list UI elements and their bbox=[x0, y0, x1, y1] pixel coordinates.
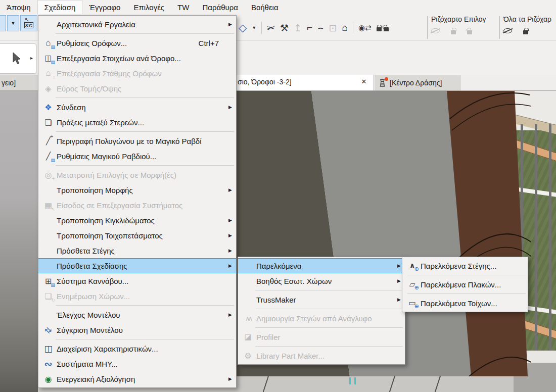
menu-windows[interactable]: Παράθυρα bbox=[196, 0, 244, 14]
submenu-arrow-icon: ▶ bbox=[228, 263, 232, 268]
floor-joint bbox=[435, 376, 441, 392]
tab-action-center[interactable]: [Κέντρο Δράσης] bbox=[375, 75, 460, 90]
menu-item-storey-settings[interactable]: Ρυθμίσεις Ορόφων... Ctrl+7 bbox=[38, 35, 236, 51]
curve-edge-icon[interactable]: ⌢ bbox=[317, 22, 324, 33]
arrow-tool-button[interactable]: ▸ bbox=[0, 43, 36, 74]
menu-item-section-elevation-range: Εύρος Τομής/Όψης bbox=[38, 81, 236, 96]
menu-item-model-compare[interactable]: Σύγκριση Μοντέλου bbox=[38, 322, 236, 337]
submenu-item-accessories[interactable]: Παρελκόμενα ▶ bbox=[238, 258, 405, 273]
menu-item-attribute-manager[interactable]: Διαχείριση Χαρακτηριστικών... bbox=[38, 341, 236, 356]
submenu-item-trussmaker[interactable]: TrussMaker ▶ bbox=[238, 292, 405, 307]
submenu-item-interior-wizard[interactable]: Βοηθός Εσωτ. Χώρων ▶ bbox=[238, 273, 405, 288]
menu-item-roof-extras[interactable]: Πρόσθετα Στέγης ▶ bbox=[38, 243, 236, 258]
system-editing-icon bbox=[41, 200, 55, 211]
menu-item-magic-wand-trace[interactable]: Περιγραφή Πολυγώνου με το Μαγικό Ραβδί bbox=[38, 133, 236, 149]
tab-ground-floor[interactable]: γειο] bbox=[0, 75, 38, 90]
floor-joint bbox=[389, 376, 395, 392]
menu-view[interactable]: Άποψη bbox=[0, 0, 37, 14]
rotated-rectangle-tool-icon[interactable]: ◇ bbox=[239, 22, 247, 34]
dropdown-caret-icon[interactable]: ▼ bbox=[7, 15, 19, 31]
menu-item-modify-railing[interactable]: Τροποποίηση Κιγκλιδώματος ▶ bbox=[38, 213, 236, 228]
shortcut: Ctrl+7 bbox=[199, 39, 233, 47]
menu-item-link[interactable]: Σύνδεση ▶ bbox=[38, 100, 236, 115]
link-icon bbox=[41, 102, 55, 113]
update-zones-icon bbox=[41, 290, 55, 302]
tab-label: [Κέντρο Δράσης] bbox=[390, 79, 442, 87]
menu-separator bbox=[38, 130, 236, 133]
railing-post bbox=[535, 124, 537, 358]
trace-reference-all-group: Όλα τα Ριζόχαρ bbox=[503, 15, 551, 34]
coordinate-toolbar: ▼ ↖ XY: bbox=[0, 15, 37, 31]
no-icon bbox=[41, 19, 55, 30]
solid-element-operations-icon bbox=[41, 117, 55, 128]
menu-item-design-extras[interactable]: Πρόσθετα Σχεδίασης ▶ bbox=[38, 258, 236, 273]
design-menu: Αρχιτεκτονικά Εργαλεία ▶ Ρυθμίσεις Ορόφω… bbox=[38, 15, 237, 388]
submenu-arrow-icon: ▶ bbox=[397, 263, 401, 268]
menu-item-update-zones: Ενημέρωση Χώρων... bbox=[38, 288, 236, 304]
profiler-icon bbox=[241, 331, 255, 342]
menu-design[interactable]: Σχεδίαση bbox=[37, 0, 83, 14]
menu-separator bbox=[238, 307, 405, 311]
no-icon bbox=[41, 309, 55, 320]
menu-options[interactable]: Επιλογές bbox=[127, 0, 171, 14]
submenu-arrow-icon: ▶ bbox=[397, 278, 401, 283]
convert-to-morph-icon bbox=[41, 169, 55, 180]
menu-item-solid-element-operations[interactable]: Πράξεις μεταξύ Στερεών... bbox=[38, 115, 236, 130]
section-elevation-range-icon bbox=[41, 83, 55, 94]
design-extras-submenu: Παρελκόμενα ▶ Βοηθός Εσωτ. Χώρων ▶ Truss… bbox=[238, 257, 405, 365]
menu-item-energy-evaluation[interactable]: Ενεργειακή Αξιολόγηση ▶ bbox=[38, 371, 236, 386]
eye-slash-icon[interactable] bbox=[503, 28, 512, 33]
railing-post bbox=[549, 124, 551, 358]
magic-wand-icon bbox=[41, 135, 55, 146]
menu-item-mep-systems[interactable]: Συστήματα ΜΗΥ... bbox=[38, 356, 236, 371]
lock-icon[interactable] bbox=[523, 30, 528, 34]
no-icon bbox=[41, 230, 55, 241]
library-part-maker-icon bbox=[241, 350, 255, 361]
menu-item-architectural-tools[interactable]: Αρχιτεκτονικά Εργαλεία ▶ bbox=[38, 17, 236, 32]
menu-item-magic-wand-settings[interactable]: Ρυθμίσεις Μαγικού Ραβδιού... bbox=[38, 149, 236, 164]
no-icon bbox=[41, 215, 55, 226]
subsubmenu-item-roof-accessories[interactable]: Παρελκόμενα Στέγης... bbox=[402, 258, 528, 273]
menu-item-modify-morph[interactable]: Τροποποίηση Μορφής ▶ bbox=[38, 182, 236, 198]
notification-dot bbox=[385, 77, 388, 81]
clipped-toggle-button[interactable] bbox=[0, 15, 6, 31]
close-icon[interactable]: ✕ bbox=[359, 77, 368, 86]
edit-tools-strip: ◇ ▼ ✂ ⚒ ↥ ⌐ ⌢ ⊡ ⌂ ◉⇄ bbox=[239, 20, 389, 35]
wall-panel-left-sliver bbox=[0, 91, 38, 392]
menu-document[interactable]: Έγγραφο bbox=[82, 0, 127, 14]
unlock-icon bbox=[467, 30, 472, 34]
lock-unlock-pair-icon[interactable] bbox=[377, 24, 389, 31]
coordinate-input-button[interactable]: ↖ XY: bbox=[20, 15, 37, 31]
visibility-cycle-icon[interactable]: ◉⇄ bbox=[358, 23, 372, 32]
storey-levels-icon bbox=[41, 68, 55, 79]
fillet-chamfer-icon[interactable]: ⌐ bbox=[307, 22, 312, 33]
menu-separator bbox=[238, 288, 405, 292]
submenu-arrow-icon: ▶ bbox=[228, 187, 232, 192]
teal-line bbox=[354, 377, 356, 384]
adjust-icon[interactable]: ⚒ bbox=[280, 22, 289, 34]
menu-teamwork[interactable]: TW bbox=[171, 0, 196, 14]
dropdown-caret-icon[interactable]: ▼ bbox=[252, 25, 256, 30]
trace-reference-selected-group: Ριζόχαρτο Επιλογ bbox=[431, 15, 486, 34]
menu-item-model-check[interactable]: Έλεγχος Μοντέλου ▶ bbox=[38, 307, 236, 322]
menu-help[interactable]: Βοήθεια bbox=[245, 0, 285, 14]
split-icon[interactable]: ✂ bbox=[267, 22, 275, 34]
home-storey-icon[interactable]: ⌂ bbox=[342, 22, 348, 33]
subsubmenu-item-slab-accessories[interactable]: Παρελκόμενα Πλακών... bbox=[402, 277, 528, 292]
floor-joint bbox=[263, 376, 269, 392]
submenu-item-library-part-maker: Library Part Maker... bbox=[238, 348, 405, 363]
mep-systems-icon bbox=[41, 358, 55, 369]
submenu-arrow-icon: ▶ bbox=[228, 376, 232, 381]
group-label: Ριζόχαρτο Επιλογ bbox=[431, 15, 486, 23]
submenu-arrow-icon: ▶ bbox=[228, 233, 232, 238]
submenu-arrow-icon: ▶ bbox=[228, 248, 232, 253]
accessories-submenu: Παρελκόμενα Στέγης... Παρελκόμενα Πλακών… bbox=[402, 257, 528, 312]
menu-separator bbox=[238, 345, 405, 348]
subsubmenu-item-wall-accessories[interactable]: Παρελκόμενα Τοίχων... bbox=[402, 296, 528, 311]
menu-item-modify-curtain-wall[interactable]: Τροποποίηση Τοιχοπετάσματος ▶ bbox=[38, 228, 236, 243]
no-icon bbox=[241, 275, 255, 286]
grid-system-icon bbox=[41, 275, 55, 286]
menu-item-grid-system[interactable]: Σύστημα Καννάβου... bbox=[38, 273, 236, 288]
menu-item-edit-elements-by-storey[interactable]: Επεξεργασία Στοιχείων ανά Όροφο... bbox=[38, 51, 236, 66]
selection-arrow-icon bbox=[11, 52, 22, 65]
